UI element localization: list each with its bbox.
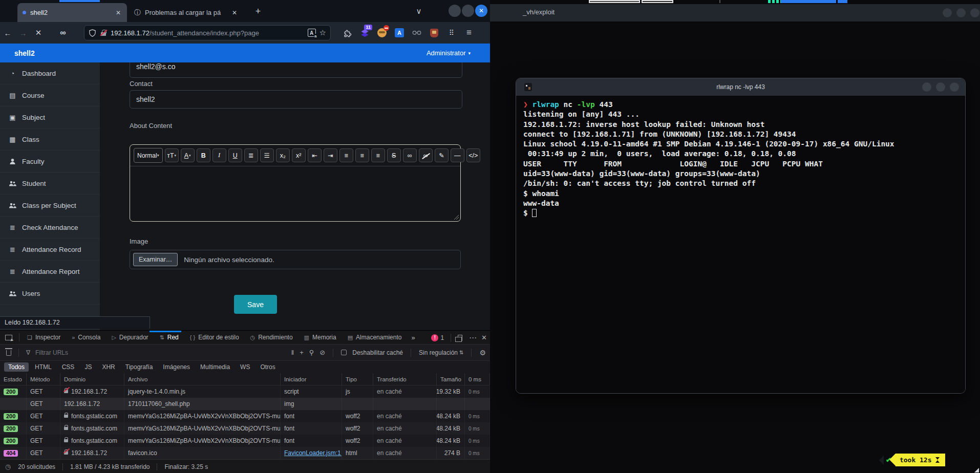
subscript-button[interactable]: x₂ xyxy=(276,148,290,162)
filter-todos[interactable]: Todos xyxy=(4,362,29,372)
letter-a-extension-icon[interactable]: A xyxy=(393,26,406,39)
sidebar-item-faculty[interactable]: Faculty xyxy=(0,150,100,173)
devtools-tab-consola[interactable]: »Consola xyxy=(66,331,106,345)
paragraph-style-select[interactable]: Normal ▾ xyxy=(134,148,163,163)
request-row[interactable]: GET192.168.1.721710117060_shell.phpimg xyxy=(0,398,490,410)
translate-icon[interactable]: A xyxy=(308,29,316,37)
hamburger-menu-icon[interactable]: ≡ xyxy=(463,26,475,39)
devtools-tab-depurador[interactable]: ▷Depurador xyxy=(106,331,154,345)
contact-field[interactable] xyxy=(130,90,462,109)
search-icon[interactable]: ⚲ xyxy=(309,349,314,356)
request-row[interactable]: 200GETfonts.gstatic.commemvYaGs126MiZpBA… xyxy=(0,422,490,435)
throttling-select[interactable]: Sin regulación ⇅ xyxy=(419,349,463,356)
sidebar-item-class-per-subject[interactable]: Class per Subject xyxy=(0,195,100,217)
emoji-extension-icon[interactable] xyxy=(376,26,388,39)
proxy-extension-icon[interactable]: ∞ xyxy=(55,26,71,40)
background-terminal-titlebar[interactable]: _vh/exploit xyxy=(490,4,980,22)
bold-button[interactable]: B xyxy=(197,148,210,162)
request-row[interactable]: 404GET192.168.1.72favicon.icoFaviconLoad… xyxy=(0,447,490,459)
window-button[interactable] xyxy=(936,82,945,92)
sidebar-item-users[interactable]: Users xyxy=(0,283,100,305)
highlight-button[interactable]: ✎ xyxy=(435,148,449,162)
save-button[interactable]: Save xyxy=(234,295,277,314)
column-header-iniciador[interactable]: Iniciador xyxy=(281,373,342,385)
devtools-tab-editor-de-estilo[interactable]: { }Editor de estilo xyxy=(184,331,245,345)
filter-tipograf-a[interactable]: Tipografía xyxy=(121,362,157,372)
app-brand[interactable]: shell2 xyxy=(14,49,35,57)
pause-icon[interactable]: ‖ xyxy=(291,349,294,356)
column-header-0-ms[interactable]: 0 ms xyxy=(465,373,490,385)
window-button-maximize[interactable] xyxy=(462,5,474,17)
sidebar-item-attendance-record[interactable]: ≣Attendance Record xyxy=(0,239,100,261)
italic-button[interactable]: I xyxy=(212,148,226,162)
sidebar-item-dashboard[interactable]: ◔Dashboard xyxy=(0,62,100,84)
bookmark-star-icon[interactable]: ☆ xyxy=(319,28,326,37)
font-size-button[interactable]: тT▾ xyxy=(165,148,179,162)
align-center-button[interactable]: ≡ xyxy=(355,148,369,162)
sidebar-item-check-attendance[interactable]: ≣Check Attendance xyxy=(0,217,100,239)
forward-button[interactable]: → xyxy=(15,26,31,40)
devtools-close-icon[interactable]: ✕ xyxy=(481,334,487,341)
tab-close-icon[interactable]: ✕ xyxy=(231,9,238,16)
outdent-button[interactable]: ⇤ xyxy=(308,148,322,162)
filter-im-genes[interactable]: Imágenes xyxy=(159,362,194,372)
window-button[interactable] xyxy=(950,82,959,92)
layers-extension-icon[interactable]: 11 xyxy=(358,26,371,39)
window-button[interactable] xyxy=(943,8,952,17)
superscript-button[interactable]: x² xyxy=(292,148,306,162)
unordered-list-button[interactable]: ☰ xyxy=(260,148,274,162)
tab-close-icon[interactable]: ✕ xyxy=(115,9,122,16)
error-count-badge[interactable]: ! 1 xyxy=(431,334,444,341)
devtools-tab-rendimiento[interactable]: ◷Rendimiento xyxy=(245,331,299,345)
align-left-button[interactable]: ≡ xyxy=(339,148,353,162)
font-color-button[interactable]: A▾ xyxy=(181,148,195,162)
column-header-tipo[interactable]: Tipo xyxy=(342,373,373,385)
more-tabs-chevron-icon[interactable]: » xyxy=(407,334,419,341)
block-icon[interactable]: ⊘ xyxy=(319,349,325,356)
align-right-button[interactable]: ≡ xyxy=(371,148,385,162)
underline-button[interactable]: U xyxy=(228,148,242,162)
tab-shell2[interactable]: shell2 ✕ xyxy=(17,3,127,22)
tab-problemas[interactable]: ⓘ Problemas al cargar la pá ✕ xyxy=(129,3,243,22)
url-text[interactable]: 192.168.1.72/student_attendance/index.ph… xyxy=(111,29,304,37)
column-header-m-todo[interactable]: Método xyxy=(27,373,60,385)
filter-ws[interactable]: WS xyxy=(236,362,254,372)
disable-cache-label[interactable]: Deshabilitar caché xyxy=(352,349,403,356)
tracking-shield-icon[interactable] xyxy=(89,29,96,37)
editor-content[interactable] xyxy=(130,166,460,218)
column-header-dominio[interactable]: Dominio xyxy=(60,373,124,385)
email-field[interactable] xyxy=(130,62,462,78)
window-button[interactable] xyxy=(956,8,966,17)
column-header-archivo[interactable]: Archivo xyxy=(124,373,281,385)
request-row[interactable]: 200GETfonts.gstatic.commemvYaGs126MiZpBA… xyxy=(0,435,490,447)
window-button[interactable] xyxy=(922,82,931,92)
sidebar-item-student[interactable]: Student xyxy=(0,173,100,195)
terminal-output[interactable]: ❯ rlwrap nc -lvp 443listening on [any] 4… xyxy=(516,96,965,393)
back-button[interactable]: ← xyxy=(0,26,15,40)
new-tab-button[interactable]: + xyxy=(252,5,264,17)
glasses-extension-icon[interactable] xyxy=(411,26,423,39)
window-button[interactable] xyxy=(970,8,979,17)
responsive-design-icon[interactable] xyxy=(458,335,462,341)
filter-html[interactable]: HTML xyxy=(31,362,56,372)
horizontal-rule-button[interactable]: — xyxy=(451,148,464,162)
link-button[interactable]: ∞ xyxy=(403,148,417,162)
initiator-link[interactable]: FaviconLoader.jsm:1… xyxy=(284,449,342,457)
window-button-minimize[interactable] xyxy=(449,5,461,17)
insecure-lock-icon[interactable] xyxy=(100,29,107,36)
sidebar-item-course[interactable]: ▤Course xyxy=(0,84,100,106)
filter-js[interactable]: JS xyxy=(80,362,96,372)
filter-xhr[interactable]: XHR xyxy=(98,362,119,372)
filter-otros[interactable]: Otros xyxy=(256,362,279,372)
sidebar-item-subject[interactable]: ▣Subject xyxy=(0,106,100,128)
list-tabs-chevron-icon[interactable]: ∨ xyxy=(413,5,425,17)
filter-multimedia[interactable]: Multimedia xyxy=(196,362,234,372)
clear-requests-icon[interactable] xyxy=(6,350,11,356)
sidebar-item-attendance-report[interactable]: ≣Attendance Report xyxy=(0,261,100,283)
pick-element-icon[interactable] xyxy=(5,335,12,340)
strikethrough-button[interactable]: S xyxy=(387,148,401,162)
gear-icon[interactable]: ⚙ xyxy=(479,349,486,357)
column-header-tama-o[interactable]: Tamaño xyxy=(437,373,465,385)
puzzle-extensions-icon[interactable] xyxy=(341,26,353,39)
stop-button[interactable]: ✕ xyxy=(31,26,46,40)
